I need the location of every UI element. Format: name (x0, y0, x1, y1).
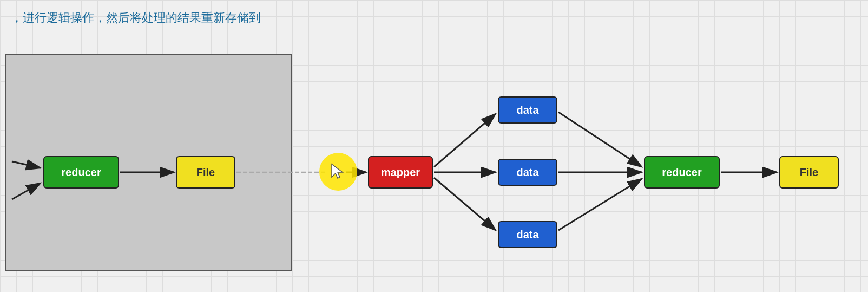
reducer-right-label: reducer (662, 166, 701, 179)
diagram: reducer File mapper data data data reduc… (0, 0, 868, 292)
data-mid-label: data (516, 166, 538, 179)
mapper-node: mapper (368, 156, 433, 189)
file-left-label: File (196, 166, 215, 179)
file-right-label: File (800, 166, 818, 179)
file-right-node: File (779, 156, 839, 189)
data-bot-node: data (498, 221, 557, 248)
reducer-left-node: reducer (43, 156, 119, 189)
data-mid-node: data (498, 159, 557, 186)
reducer-right-node: reducer (644, 156, 720, 189)
cursor-circle (319, 153, 357, 191)
data-bot-label: data (516, 229, 538, 241)
reducer-left-label: reducer (61, 166, 101, 179)
mapper-label: mapper (381, 166, 420, 179)
file-left-node: File (176, 156, 235, 189)
data-top-node: data (498, 96, 557, 124)
svg-marker-1 (332, 164, 343, 178)
data-top-label: data (516, 104, 538, 116)
cursor-icon (328, 162, 348, 181)
